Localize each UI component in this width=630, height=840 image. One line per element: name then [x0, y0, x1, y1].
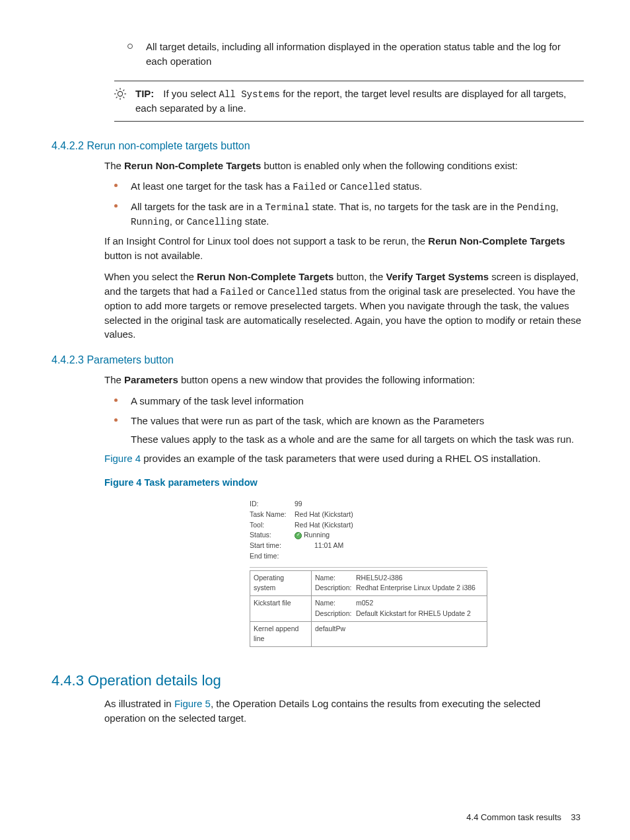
- heading-4423: 4.4.2.3 Parameters button: [52, 352, 584, 367]
- figure-caption: Figure 4 Task parameters window: [104, 476, 584, 490]
- tip-callout: TIP:If you select All Systems for the re…: [114, 81, 584, 122]
- svg-line-5: [116, 89, 118, 91]
- page-footer: 4.4 Common task results 33: [52, 812, 584, 824]
- code-text: All Systems: [219, 89, 280, 100]
- tip-label: TIP:: [135, 88, 154, 99]
- bullet-icon: [114, 399, 118, 402]
- figure-5-link[interactable]: Figure 5: [174, 698, 211, 709]
- list-item: A summary of the task level information: [114, 394, 584, 408]
- bullet-icon: [114, 418, 118, 422]
- paragraph: As illustrated in Figure 5, the Operatio…: [104, 697, 584, 726]
- svg-point-0: [118, 91, 122, 96]
- figure-4-task-parameters: ID:99 Task Name:Red Hat (Kickstart) Tool…: [250, 498, 487, 647]
- list-item: All targets for the task are in a Termin…: [114, 200, 584, 229]
- tip-text: TIP:If you select All Systems for the re…: [135, 87, 584, 116]
- paragraph: If an Insight Control for Linux tool doe…: [104, 234, 584, 263]
- table-row: Kickstart file Name:m052 Description:Def…: [250, 596, 487, 622]
- list-item: At least one target for the task has a F…: [114, 179, 584, 194]
- task-summary-block: ID:99 Task Name:Red Hat (Kickstart) Tool…: [250, 498, 487, 564]
- list-item: The values that were run as part of the …: [114, 414, 584, 447]
- svg-line-7: [123, 89, 125, 91]
- tip-lightbulb-icon: [114, 88, 127, 116]
- figure-4-link[interactable]: Figure 4: [104, 453, 141, 464]
- svg-line-6: [123, 96, 125, 98]
- heading-4422: 4.4.2.2 Rerun non-complete targets butto…: [52, 138, 584, 153]
- heading-443: 4.4.3 Operation details log: [52, 670, 584, 691]
- nested-list-item: All target details, including all inform…: [127, 40, 584, 69]
- task-parameters-table: Operating system Name:RHEL5U2-i386 Descr…: [250, 570, 487, 648]
- hollow-circle-icon: [127, 44, 133, 49]
- paragraph: The Parameters button opens a new window…: [104, 373, 584, 387]
- paragraph: When you select the Rerun Non-Complete T…: [104, 270, 584, 342]
- bullet-icon: [114, 184, 118, 187]
- list-item-text: All target details, including all inform…: [146, 40, 584, 69]
- table-row: Kernel append line defaultPw: [250, 621, 487, 647]
- svg-line-8: [116, 96, 118, 98]
- paragraph: The Rerun Non-Complete Targets button is…: [104, 159, 584, 173]
- bullet-icon: [114, 204, 118, 208]
- page-content: All target details, including all inform…: [0, 0, 630, 840]
- table-row: Operating system Name:RHEL5U2-i386 Descr…: [250, 570, 487, 596]
- running-status-icon: [295, 532, 302, 539]
- paragraph: Figure 4 provides an example of the task…: [104, 451, 584, 466]
